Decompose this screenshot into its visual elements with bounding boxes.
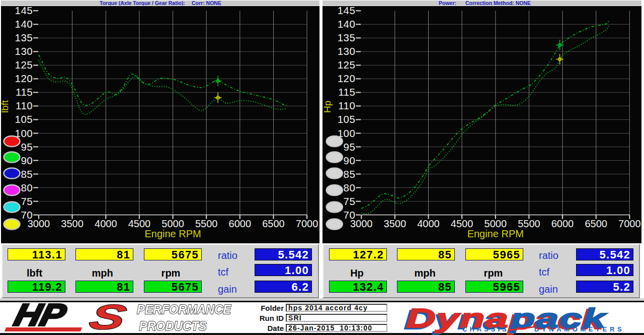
svg-text:4000: 4000: [417, 218, 440, 229]
svg-text:PRODUCTS: PRODUCTS: [139, 318, 207, 333]
svg-text:6000: 6000: [229, 218, 252, 229]
svg-text:3000: 3000: [28, 218, 50, 229]
svg-text:90: 90: [344, 155, 356, 166]
svg-text:6500: 6500: [262, 218, 285, 229]
svg-text:140: 140: [338, 18, 355, 30]
svg-text:S: S: [86, 302, 130, 335]
svg-text:75: 75: [21, 195, 33, 207]
svg-text:4000: 4000: [95, 218, 117, 229]
svg-text:Engine RPM: Engine RPM: [144, 228, 201, 239]
svg-text:4500: 4500: [451, 218, 473, 229]
svg-text:75: 75: [344, 195, 356, 207]
svg-text:80: 80: [344, 182, 356, 193]
svg-text:120: 120: [338, 73, 355, 84]
svg-text:DYNAMOMETERS: DYNAMOMETERS: [534, 325, 624, 333]
svg-text:95: 95: [344, 141, 356, 153]
svg-text:5500: 5500: [518, 218, 540, 229]
svg-text:6500: 6500: [585, 218, 607, 229]
svg-text:135: 135: [338, 32, 355, 43]
svg-text:115: 115: [16, 86, 33, 98]
svg-text:130: 130: [338, 45, 355, 57]
svg-text:5500: 5500: [195, 218, 218, 229]
svg-text:140: 140: [15, 18, 33, 30]
svg-text:Hp: Hp: [322, 101, 333, 113]
svg-text:Corr: NONE: Corr: NONE: [192, 0, 221, 6]
svg-text:3500: 3500: [384, 218, 407, 229]
svg-text:PERFORMANCE: PERFORMANCE: [137, 302, 232, 316]
svg-text:Torque (Axle Torque / Gear Rat: Torque (Axle Torque / Gear Ratio):: [100, 0, 185, 6]
svg-text:125: 125: [15, 59, 33, 71]
svg-text:3000: 3000: [350, 218, 373, 229]
svg-text:95: 95: [21, 141, 33, 153]
svg-text:HP: HP: [11, 302, 69, 332]
svg-text:145: 145: [338, 5, 355, 16]
svg-text:105: 105: [15, 113, 33, 125]
svg-text:85: 85: [344, 168, 356, 180]
svg-text:4500: 4500: [128, 218, 151, 229]
svg-text:85: 85: [21, 168, 33, 180]
svg-text:115: 115: [338, 86, 355, 98]
svg-text:7000: 7000: [618, 218, 641, 229]
svg-text:3500: 3500: [61, 218, 84, 229]
svg-text:80: 80: [21, 182, 33, 193]
svg-text:5000: 5000: [162, 218, 184, 229]
svg-text:120: 120: [15, 73, 33, 84]
svg-text:105: 105: [338, 113, 355, 125]
svg-text:135: 135: [15, 32, 33, 43]
svg-text:110: 110: [16, 100, 33, 111]
svg-text:Engine RPM: Engine RPM: [467, 228, 524, 239]
svg-text:CHASSIS: CHASSIS: [462, 325, 509, 333]
svg-text:6000: 6000: [551, 218, 574, 229]
svg-text:125: 125: [338, 59, 355, 71]
svg-text:Power:: Power:: [439, 0, 456, 6]
svg-text:90: 90: [21, 155, 33, 166]
svg-text:110: 110: [338, 100, 355, 111]
svg-text:7000: 7000: [296, 218, 318, 229]
svg-text:lbft: lbft: [0, 100, 10, 113]
svg-text:145: 145: [15, 5, 33, 16]
svg-text:130: 130: [15, 45, 33, 57]
svg-text:Correction Method: NONE: Correction Method: NONE: [465, 0, 531, 6]
svg-text:5000: 5000: [485, 218, 507, 229]
